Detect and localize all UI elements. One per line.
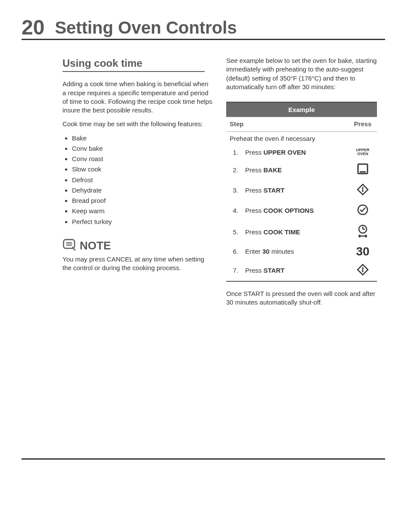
left-column: Using cook time Adding a cook time when …	[62, 56, 213, 312]
table-row: 2. Press BAKE	[226, 160, 377, 180]
feature-item: Conv bake	[72, 144, 213, 153]
features-list: Bake Conv bake Conv roast Slow cook Defr…	[62, 134, 213, 226]
feature-item: Defrost	[72, 176, 213, 184]
page-number: 20	[22, 17, 44, 38]
feature-item: Perfect turkey	[72, 218, 213, 226]
example-table: Example Step Press Preheat the oven if n…	[226, 102, 377, 282]
footer-rule	[22, 458, 385, 460]
note-box: NOTE You may press CANCEL at any time wh…	[62, 238, 213, 273]
step-num: 2.	[226, 160, 242, 180]
table-row: 4. Press COOK OPTIONS	[226, 201, 377, 221]
page-header: 20 Setting Oven Controls	[22, 17, 385, 40]
col-press: Press	[349, 117, 377, 131]
step-text: Press START	[242, 180, 349, 201]
step-text: Press UPPER OVEN	[242, 146, 349, 160]
feature-item: Dehydrate	[72, 186, 213, 195]
step-num: 1.	[226, 146, 242, 160]
press-cell	[349, 180, 377, 201]
press-cell	[349, 221, 377, 243]
right-column: See example below to set the oven for ba…	[226, 56, 377, 312]
step-text: Press COOK TIME	[242, 221, 349, 243]
entered-number: 30	[356, 245, 369, 258]
press-cell	[349, 261, 377, 281]
timer-icon	[356, 224, 369, 236]
intro-para-1: Adding a cook time when baking is benefi…	[62, 80, 213, 115]
table-row: 1. Press UPPER OVEN UPPEROVEN	[226, 146, 377, 160]
step-text: Press START	[242, 261, 349, 281]
options-icon	[356, 203, 369, 216]
bake-icon	[356, 162, 369, 175]
table-row: 3. Press START	[226, 180, 377, 201]
col-step: Step	[226, 117, 349, 131]
step-num: 7.	[226, 261, 242, 281]
step-text: Press BAKE	[242, 160, 349, 180]
table-row: 5. Press COOK TIME	[226, 221, 377, 243]
upper-oven-icon: UPPEROVEN	[356, 148, 369, 156]
step-num: 5.	[226, 221, 242, 243]
table-row: 6. Enter 30 minutes 30	[226, 243, 377, 260]
page-title: Setting Oven Controls	[55, 19, 237, 36]
start-icon	[356, 183, 369, 196]
right-outro: Once START is pressed the oven will cook…	[226, 289, 377, 307]
feature-item: Slow cook	[72, 165, 213, 174]
note-icon	[62, 238, 77, 253]
section-rule	[62, 71, 205, 72]
feature-item: Bake	[72, 134, 213, 143]
preheat-row: Preheat the oven if necessary	[226, 131, 377, 146]
right-intro: See example below to set the oven for ba…	[226, 56, 377, 91]
table-header: Example	[226, 103, 377, 117]
step-num: 3.	[226, 180, 242, 201]
note-title: NOTE	[80, 238, 111, 253]
feature-item: Keep warm	[72, 207, 213, 215]
step-num: 6.	[226, 243, 242, 260]
start-icon	[356, 263, 369, 276]
step-num: 4.	[226, 201, 242, 221]
table-row: 7. Press START	[226, 261, 377, 281]
press-cell: UPPEROVEN	[349, 146, 377, 160]
press-cell: 30	[349, 243, 377, 260]
press-cell	[349, 160, 377, 180]
press-cell	[349, 201, 377, 221]
step-text: Enter 30 minutes	[242, 243, 349, 260]
feature-item: Bread proof	[72, 196, 213, 205]
step-text: Press COOK OPTIONS	[242, 201, 349, 221]
note-body: You may press CANCEL at any time when se…	[62, 255, 213, 273]
section-heading: Using cook time	[62, 56, 213, 70]
intro-para-2: Cook time may be set with the following …	[62, 120, 213, 128]
feature-item: Conv roast	[72, 155, 213, 163]
